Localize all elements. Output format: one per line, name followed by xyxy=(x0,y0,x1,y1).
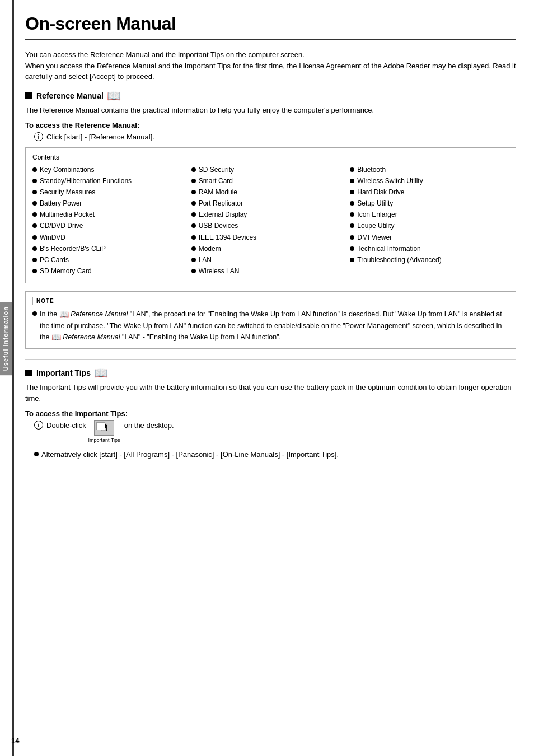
page-title: On-screen Manual xyxy=(25,13,516,40)
list-item-text: Hard Disk Drive xyxy=(357,187,404,198)
reference-manual-title: Reference Manual xyxy=(36,91,104,100)
list-item-text: SD Security xyxy=(199,165,234,175)
note-italic1: Reference Manual xyxy=(71,311,128,319)
important-tips-section: Important Tips 📖 The Important Tips will… xyxy=(25,367,516,460)
list-item: USB Devices xyxy=(191,221,346,231)
bullet-dot xyxy=(32,167,37,172)
list-item: Battery Power xyxy=(32,198,187,209)
bullet-dot xyxy=(32,269,37,273)
list-item: Wireless Switch Utility xyxy=(350,176,504,186)
list-item-text: External Display xyxy=(199,209,247,220)
bullet-dot xyxy=(191,258,196,262)
intro-line1: You can access the Reference Manual and … xyxy=(25,50,305,59)
contents-list-3: BluetoothWireless Switch UtilityHard Dis… xyxy=(350,165,504,266)
list-item-text: CD/DVD Drive xyxy=(40,221,83,231)
list-item: B's Recorder/B's CLiP xyxy=(32,244,187,254)
intro-line2: When you access the Reference Manual and… xyxy=(25,62,516,81)
note-part3: "LAN" - "Enabling the Wake Up from LAN f… xyxy=(120,334,282,342)
important-tips-title: Important Tips xyxy=(36,368,91,377)
list-item: Bluetooth xyxy=(350,165,504,175)
list-item: Icon Enlarger xyxy=(350,209,504,220)
access-ref-heading: To access the Reference Manual: xyxy=(25,121,516,129)
bullet-dot xyxy=(32,235,37,240)
list-item-text: Wireless LAN xyxy=(199,266,240,277)
access-tips-heading: To access the Important Tips: xyxy=(25,409,516,418)
list-item-text: DMI Viewer xyxy=(357,232,392,243)
note-book-icon-1: 📖 xyxy=(59,310,69,319)
list-item-text: Battery Power xyxy=(40,198,82,209)
list-item-text: Icon Enlarger xyxy=(357,209,397,220)
bullet-dot xyxy=(32,258,37,262)
bullet-dot xyxy=(191,179,196,183)
contents-list-2: SD SecuritySmart CardRAM ModulePort Repl… xyxy=(191,165,346,277)
page-number: 14 xyxy=(11,736,19,745)
list-item-text: Multimedia Pocket xyxy=(40,209,95,220)
bullet-dot xyxy=(191,212,196,217)
contents-columns: Key CombinationsStandby/Hibernation Func… xyxy=(32,165,509,278)
sidebar: Useful Information xyxy=(0,0,12,756)
list-item-text: Bluetooth xyxy=(357,165,386,175)
list-item: External Display xyxy=(191,209,346,220)
important-tips-desktop-icon: 🖹 Important Tips xyxy=(88,420,120,445)
list-item-text: Technical Information xyxy=(357,244,420,254)
step-circle-1: i xyxy=(34,132,43,141)
contents-list-1: Key CombinationsStandby/Hibernation Func… xyxy=(32,165,187,277)
list-item: WinDVD xyxy=(32,232,187,243)
access-ref-step: i Click [start] - [Reference Manual]. xyxy=(34,132,516,143)
bullet-dot xyxy=(350,258,354,262)
step-circle-2: i xyxy=(34,421,43,430)
bullet-dot xyxy=(191,190,196,194)
list-item: IEEE 1394 Devices xyxy=(191,232,346,243)
list-item-text: USB Devices xyxy=(199,221,238,231)
bullet-dot xyxy=(32,190,37,194)
desktop-suffix: on the desktop. xyxy=(124,420,174,431)
bullet-dot xyxy=(350,179,354,183)
list-item: Modem xyxy=(191,244,346,254)
bullet-dot xyxy=(32,246,37,251)
book-icon-2: 📖 xyxy=(94,367,108,379)
list-item: Loupe Utility xyxy=(350,221,504,231)
list-item: RAM Module xyxy=(191,187,346,198)
contents-col-1: Key CombinationsStandby/Hibernation Func… xyxy=(32,165,191,278)
bullet-dot xyxy=(32,212,37,217)
list-item: LAN xyxy=(191,255,346,265)
list-item-text: WinDVD xyxy=(40,232,65,243)
access-tips-step: i Double-click 🖹 Important Tips on the d… xyxy=(34,420,516,445)
list-item-text: B's Recorder/B's CLiP xyxy=(40,244,106,254)
important-tips-header: Important Tips 📖 xyxy=(25,367,516,379)
double-click-text: Double-click xyxy=(46,420,86,431)
list-item-text: IEEE 1394 Devices xyxy=(199,232,256,243)
note-bullet xyxy=(32,311,37,316)
access-ref-step-text: Click [start] - [Reference Manual]. xyxy=(46,132,154,143)
intro-text: You can access the Reference Manual and … xyxy=(25,49,516,82)
bullet-dot xyxy=(350,223,354,228)
list-item: Troubleshooting (Advanced) xyxy=(350,255,504,265)
list-item-text: Modem xyxy=(199,244,221,254)
list-item: Security Measures xyxy=(32,187,187,198)
list-item-text: LAN xyxy=(199,255,212,265)
bullet-dot xyxy=(191,269,196,273)
list-item-text: RAM Module xyxy=(199,187,237,198)
bullet-dot xyxy=(191,223,196,228)
list-item: DMI Viewer xyxy=(350,232,504,243)
reference-manual-header: Reference Manual 📖 xyxy=(25,90,516,101)
list-item: Wireless LAN xyxy=(191,266,346,277)
bullet-dot xyxy=(350,212,354,217)
bullet-dot xyxy=(350,246,354,251)
bullet-dot xyxy=(191,246,196,251)
list-item: PC Cards xyxy=(32,255,187,265)
section-separator xyxy=(25,359,516,360)
list-item-text: Wireless Switch Utility xyxy=(357,176,423,186)
list-item: SD Security xyxy=(191,165,346,175)
list-item: SD Memory Card xyxy=(32,266,187,277)
list-item: Smart Card xyxy=(191,176,346,186)
contents-box: Contents Key CombinationsStandby/Hiberna… xyxy=(25,147,516,284)
icon-graphic: 🖹 xyxy=(94,420,114,436)
alt-step: Alternatively click [start] - [All Progr… xyxy=(34,449,516,460)
list-item-text: Troubleshooting (Advanced) xyxy=(357,255,441,265)
list-item-text: Setup Utility xyxy=(357,198,393,209)
list-item-text: Key Combinations xyxy=(40,165,94,175)
contents-col-3: BluetoothWireless Switch UtilityHard Dis… xyxy=(350,165,509,278)
bullet-dot xyxy=(350,190,354,194)
bullet-dot xyxy=(350,235,354,240)
